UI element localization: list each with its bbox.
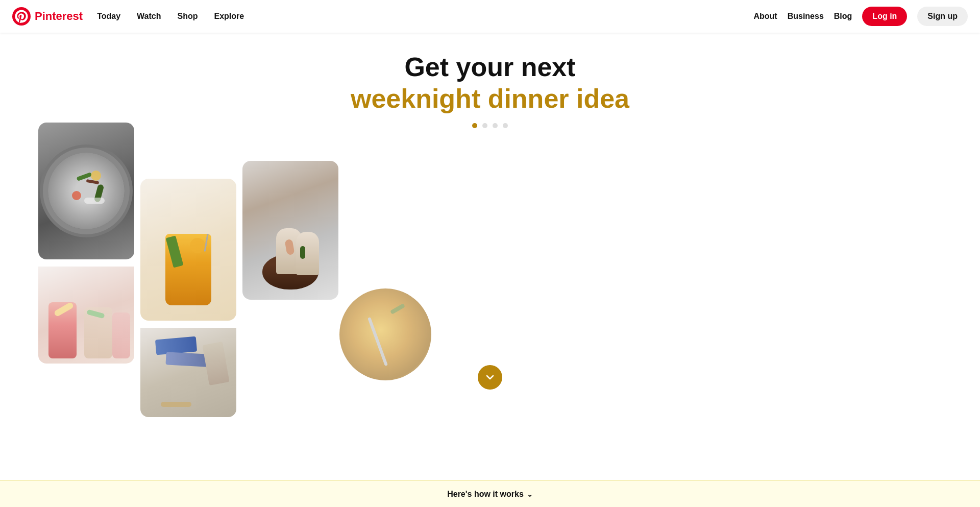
dot-1[interactable] — [472, 123, 477, 128]
chevron-down-icon — [485, 372, 495, 382]
nav-about[interactable]: About — [753, 12, 777, 21]
nav-shop[interactable]: Shop — [176, 9, 200, 24]
nav-blog[interactable]: Blog — [834, 12, 852, 21]
carousel-dots — [472, 123, 508, 128]
hero-text: Get your next weeknight dinner idea — [351, 51, 629, 115]
image-collage — [0, 71, 980, 476]
nav-today[interactable]: Today — [95, 9, 122, 24]
scroll-down-button[interactable] — [478, 365, 502, 390]
nav-explore[interactable]: Explore — [212, 9, 247, 24]
bottom-bar: Here's how it works ⌄ — [0, 480, 980, 507]
food-image-drink — [140, 179, 236, 321]
nav-business[interactable]: Business — [788, 12, 824, 21]
food-image-pink-drinks — [38, 267, 134, 364]
food-image-cooking — [242, 161, 338, 300]
navbar: Pinterest Today Watch Shop Explore About… — [0, 0, 980, 33]
nav-left: Pinterest Today Watch Shop Explore — [12, 7, 246, 26]
how-it-works-link[interactable]: Here's how it works ⌄ — [447, 490, 533, 499]
hero-title-line1: Get your next — [351, 51, 629, 83]
dot-4[interactable] — [503, 123, 508, 128]
food-image-cutting — [140, 328, 236, 417]
signup-button[interactable]: Sign up — [917, 7, 968, 26]
nav-watch[interactable]: Watch — [135, 9, 163, 24]
login-button[interactable]: Log in — [862, 7, 907, 26]
how-it-works-label: Here's how it works — [447, 490, 524, 499]
dot-2[interactable] — [482, 123, 487, 128]
dot-3[interactable] — [493, 123, 498, 128]
logo-text: Pinterest — [35, 10, 83, 23]
nav-right: About Business Blog Log in Sign up — [753, 7, 968, 26]
chevron-down-icon: ⌄ — [527, 490, 533, 498]
pinterest-logo-icon — [12, 7, 31, 26]
food-image-salad — [38, 123, 134, 259]
food-image-soup-bowl — [339, 288, 431, 380]
hero-section: Get your next weeknight dinner idea — [0, 0, 980, 507]
hero-title-line2: weeknight dinner idea — [351, 83, 629, 114]
logo[interactable]: Pinterest — [12, 7, 83, 26]
